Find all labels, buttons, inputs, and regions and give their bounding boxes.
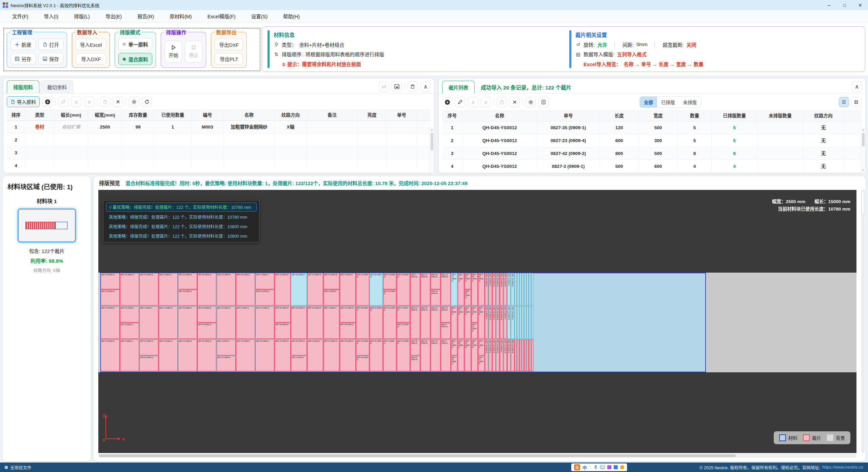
canvas-hscrollbar[interactable] [98,454,856,458]
nesting-piece[interactable]: 0827-35 (0909-1) [340,323,356,339]
form-list-icon[interactable] [538,97,549,107]
move-up-icon[interactable]: ∧ [468,97,478,107]
nesting-piece[interactable]: 0827-12 (0909-3) [340,306,356,322]
nesting-piece[interactable]: 0827-42 (0909-2) [139,273,158,306]
strategy-item[interactable]: 其他策略：排版完成！处理裁片：122 个，实际使用材料长度：10800 mm [106,222,257,231]
keyboard-icon[interactable] [600,465,605,469]
nesting-piece[interactable]: 0827-3 (0909-1) [410,273,420,306]
refresh-icon[interactable] [142,97,152,107]
nesting-piece[interactable]: 0827-3 (0909-1) [383,339,396,371]
nesting-piece[interactable] [524,306,526,339]
table-row[interactable]: 1卷材自动扩展2500991M003加粗镀锌金刚网纱X轴 [7,121,431,134]
nesting-piece[interactable]: 0827-3 (0909-1) [120,323,139,339]
nesting-piece[interactable]: 0827-42 (0909-2) [397,273,410,306]
nesting-piece[interactable]: 0827-35 (0909-1) [340,339,356,371]
nesting-piece[interactable]: 0827-35 (0909-1) [471,273,478,306]
nesting-piece[interactable]: 0827-35 (0909-1) [489,339,492,371]
nesting-piece[interactable]: 0827-35 (0909-1) [451,356,457,372]
export-dxf-button[interactable]: 导出DXF [215,39,243,50]
nesting-piece[interactable]: 0827-12 (0909-3) [217,356,236,372]
list-view-icon[interactable] [839,97,849,107]
nesting-piece[interactable]: 0827-12 (0909-3) [410,306,420,339]
nesting-piece[interactable]: 0827-12 (0909-3) [178,273,197,289]
start-button[interactable]: 开始 [164,41,182,62]
nesting-piece[interactable]: 0827-23 (0909-4) [410,356,420,372]
move-up-icon[interactable]: ∧ [71,97,81,107]
collapse-chevron-icon[interactable]: ∧ [420,81,431,92]
menu-item-4[interactable]: 报告(R) [132,11,159,22]
nesting-piece[interactable]: 0827-12 (0909-3) [255,290,274,306]
nesting-piece[interactable]: 0827-23 (0909-4) [496,306,499,339]
nesting-piece[interactable]: 0827-42 (0909-2) [485,273,488,306]
nesting-piece[interactable] [529,273,531,306]
nesting-piece[interactable]: 0827-42 (0909-2) [441,306,451,322]
nesting-piece[interactable]: 0827-42 (0909-2) [383,290,396,306]
nesting-piece[interactable]: 0827-12 (0909-3) [511,273,514,306]
stop-button[interactable]: 停止 [185,41,202,62]
nesting-piece[interactable]: 0827-12 (0909-3) [323,339,339,371]
nesting-piece[interactable]: 0827-12 (0909-3) [458,306,464,339]
nesting-piece[interactable]: 0827-3 (0909-1) [485,306,488,339]
nesting-piece[interactable]: 0827-35 (0909-1) [197,273,216,306]
nesting-piece[interactable]: 0827-23 (0909-4) [420,339,430,371]
nesting-piece[interactable]: 0827-12 (0909-3) [255,306,274,339]
import-dxf-button[interactable]: 导入DXF [76,53,106,64]
nesting-piece[interactable]: 0827-3 (0909-1) [291,356,307,372]
edit-pencil-icon[interactable] [58,97,68,107]
website-link[interactable]: https://www.nestrix.cn [822,465,863,470]
nesting-piece[interactable]: 0827-23 (0909-4) [120,273,139,306]
swap-icon[interactable]: ⇄ [379,81,389,92]
nesting-piece[interactable]: 0827-12 (0909-3) [275,273,291,306]
nesting-piece[interactable]: 0827-3 (0909-1) [458,273,464,306]
nesting-piece[interactable]: 0827-35 (0909-1) [511,306,514,339]
nesting-piece[interactable]: 0827-3 (0909-1) [236,306,255,339]
menu-item-3[interactable]: 导出(E) [100,11,127,22]
strategy-item[interactable]: 其他策略：排版完成！处理裁片：122 个，实际使用材料长度：10800 mm [106,232,257,240]
nesting-piece[interactable]: 0827-12 (0909-3) [507,306,511,339]
import-raw-material-button[interactable]: 导入原料 [7,96,40,107]
canvas-vscrollbar[interactable] [861,190,865,453]
tab-nesting-materials[interactable]: 排版用料 [7,80,39,93]
nesting-piece[interactable]: 0827-12 (0909-3) [485,339,488,371]
nesting-piece[interactable] [529,339,531,371]
nesting-piece[interactable]: 0827-42 (0909-2) [323,273,339,289]
nesting-piece[interactable]: 0827-35 (0909-1) [507,339,511,371]
export-plt-button[interactable]: 导出PLT [215,53,243,64]
nesting-piece[interactable]: 0827-42 (0909-2) [197,339,216,371]
nesting-piece[interactable]: 0827-42 (0909-2) [471,339,478,371]
nesting-piece[interactable]: 0827-3 (0909-1) [504,306,507,339]
menu-item-1[interactable]: 导入(I) [39,11,64,22]
nesting-piece[interactable]: 0827-23 (0909-4) [431,290,440,306]
nesting-piece[interactable]: 0827-42 (0909-2) [496,339,499,371]
close-button[interactable]: ✕ [852,0,868,10]
nesting-piece[interactable]: 0827-12 (0909-3) [465,273,471,289]
strategy-best[interactable]: √ 最优策略：排版完成！处理裁片：122 个，实际使用材料长度：10780 mm [106,202,257,212]
nesting-piece[interactable]: 0827-42 (0909-2) [451,273,457,306]
nesting-piece[interactable]: 0827-35 (0909-1) [431,273,440,289]
nesting-piece[interactable]: 0827-3 (0909-1) [139,306,158,339]
nesting-piece[interactable]: 0827-35 (0909-1) [159,339,178,371]
clear-all-icon[interactable]: ✕ [113,97,123,107]
nesting-piece[interactable]: 0827-35 (0909-1) [492,306,496,339]
filter-nested[interactable]: 已排版 [657,97,679,107]
menu-item-0[interactable]: 文件(F) [7,11,34,22]
nesting-piece[interactable] [519,306,521,339]
import-excel-button[interactable]: 导入Excel [76,39,106,50]
nesting-piece[interactable]: 0827-35 (0909-1) [178,306,197,339]
save-button[interactable]: 保存 [38,53,63,64]
menu-item-8[interactable]: 帮助(H) [278,11,305,22]
nesting-piece[interactable]: 0827-23 (0909-4) [178,339,197,371]
filter-unnested[interactable]: 未排版 [679,97,701,107]
nesting-piece[interactable]: 0827-42 (0909-2) [478,306,485,339]
nesting-piece[interactable]: 0827-42 (0909-2) [291,339,307,355]
nesting-piece[interactable]: 0827-23 (0909-4) [356,339,369,355]
nesting-piece[interactable]: 0827-35 (0909-1) [255,339,274,371]
nesting-piece[interactable]: 0827-3 (0909-1) [340,273,356,306]
filter-all[interactable]: 全部 [640,97,657,107]
toolbox-grid-icon[interactable] [614,465,618,469]
nesting-piece[interactable]: 0827-12 (0909-3) [397,339,410,371]
nesting-piece[interactable]: 0827-23 (0909-4) [465,339,471,371]
nesting-piece[interactable]: 0827-12 (0909-3) [492,273,496,306]
collapse-chevron-icon[interactable]: ∧ [852,81,862,92]
pieces-table-scrollbar[interactable]: ∧∨ [861,127,865,173]
